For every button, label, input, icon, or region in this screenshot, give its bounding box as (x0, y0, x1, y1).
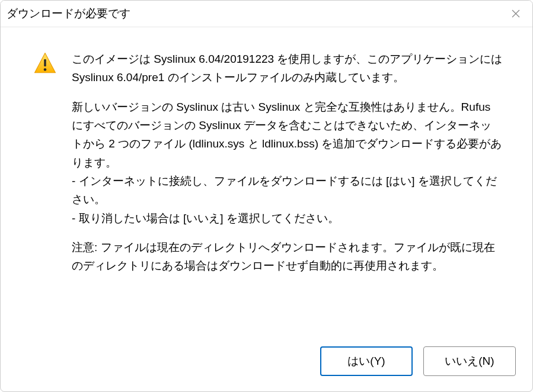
dialog-content: このイメージは Syslinux 6.04/20191223 を使用しますが、こ… (1, 27, 532, 336)
warning-icon (33, 51, 58, 78)
svg-point-3 (44, 68, 47, 71)
no-button[interactable]: いいえ(N) (423, 346, 516, 376)
message-paragraph-2: 新しいバージョンの Syslinux は古い Syslinux と完全な互換性は… (72, 98, 503, 227)
close-icon (512, 9, 520, 18)
dialog-message: このイメージは Syslinux 6.04/20191223 を使用しますが、こ… (72, 50, 515, 324)
close-button[interactable] (508, 5, 524, 22)
button-row: はい(Y) いいえ(N) (1, 336, 532, 391)
icon-column (33, 50, 58, 324)
titlebar: ダウンロードが必要です (1, 1, 532, 27)
yes-button[interactable]: はい(Y) (320, 346, 413, 376)
message-paragraph-1: このイメージは Syslinux 6.04/20191223 を使用しますが、こ… (72, 50, 503, 87)
message-paragraph-3: 注意: ファイルは現在のディレクトリへダウンロードされます。ファイルが既に現在の… (72, 238, 503, 275)
svg-rect-2 (44, 59, 46, 66)
dialog-title: ダウンロードが必要です (7, 6, 130, 21)
